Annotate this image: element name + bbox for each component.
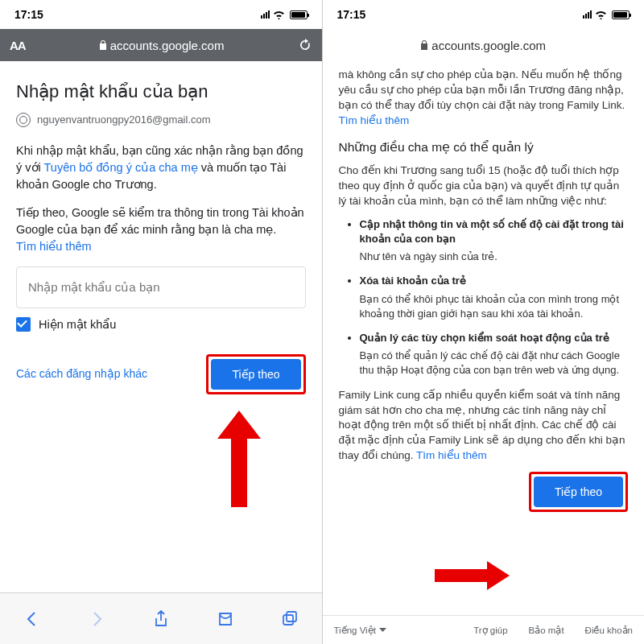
lock-icon (99, 40, 107, 50)
url-display[interactable]: accounts.google.com (32, 39, 291, 52)
chevron-down-icon (379, 628, 386, 633)
next-button[interactable]: Tiếp theo (211, 359, 300, 390)
highlight-box: Tiếp theo (206, 354, 305, 394)
family-link-paragraph: Family Link cung cấp nhiều quyền kiểm so… (339, 388, 629, 464)
text-size-button[interactable]: AA (10, 39, 26, 52)
status-bar: 17:15 (323, 0, 645, 29)
page-title: Nhập mật khẩu của bạn (16, 79, 306, 105)
bookmarks-icon[interactable] (217, 610, 234, 628)
list-item: Cập nhật thông tin và một số chế độ cài … (360, 217, 629, 265)
status-time: 17:15 (14, 8, 43, 21)
password-input[interactable]: Nhập mật khẩu của bạn (16, 266, 306, 308)
bullet-list: Cập nhật thông tin và một số chế độ cài … (339, 217, 629, 378)
back-icon[interactable] (23, 610, 41, 628)
learn-more-link[interactable]: Tìm hiểu thêm (339, 114, 410, 126)
account-email: nguyenvantruongpy2016@gmail.com (37, 113, 211, 128)
status-icons (261, 10, 308, 19)
lock-icon (420, 40, 428, 50)
privacy-link[interactable]: Bảo mật (529, 625, 564, 636)
verify-paragraph: Tiếp theo, Google sẽ kiểm tra thông tin … (16, 204, 306, 255)
learn-more-link[interactable]: Tìm hiểu thêm (16, 240, 92, 253)
safari-toolbar (0, 592, 322, 644)
forward-icon[interactable] (88, 610, 105, 628)
terms-link[interactable]: Điều khoản (585, 625, 633, 636)
svg-rect-0 (283, 615, 293, 625)
account-chip[interactable]: nguyenvantruongpy2016@gmail.com (16, 113, 306, 128)
status-bar: 17:15 (0, 0, 322, 29)
address-bar[interactable]: AA accounts.google.com (0, 29, 322, 61)
address-bar[interactable]: accounts.google.com (323, 29, 645, 61)
signal-icon (261, 10, 270, 19)
status-icons (583, 10, 630, 19)
highlight-box: Tiếp theo (529, 472, 628, 512)
next-button[interactable]: Tiếp theo (534, 477, 623, 507)
show-password-label: Hiện mật khẩu (39, 316, 116, 333)
url-display[interactable]: accounts.google.com (332, 39, 635, 52)
refresh-icon[interactable] (298, 38, 312, 52)
language-dropdown[interactable]: Tiếng Việt (334, 625, 386, 636)
intro-paragraph: mà không cần sự cho phép của bạn. Nếu mu… (339, 68, 629, 129)
list-item: Xóa tài khoản của trẻBạn có thể khôi phụ… (360, 274, 629, 321)
avatar-icon (16, 113, 31, 127)
show-password-checkbox[interactable] (16, 317, 31, 332)
battery-icon (612, 10, 630, 19)
footer: Tiếng Việt Trợ giúp Bảo mật Điều khoản (323, 615, 645, 644)
wifi-icon (595, 10, 607, 19)
show-password-row[interactable]: Hiện mật khẩu (16, 316, 306, 333)
list-item: Quản lý các tùy chọn kiểm soát hoạt động… (360, 331, 629, 378)
status-time: 17:15 (337, 8, 366, 21)
signal-icon (583, 10, 592, 19)
age-paragraph: Cho đến khi Trương sang tuổi 15 (hoặc độ… (339, 163, 629, 209)
svg-rect-1 (287, 612, 296, 621)
consent-paragraph: Khi nhập mật khẩu, bạn cũng xác nhận rằn… (16, 142, 306, 193)
parental-consent-link[interactable]: Tuyên bố đồng ý của cha mẹ (44, 161, 198, 174)
help-link[interactable]: Trợ giúp (473, 625, 507, 636)
share-icon[interactable] (152, 610, 170, 628)
alt-signin-link[interactable]: Các cách đăng nhập khác (16, 365, 147, 382)
wifi-icon (273, 10, 285, 19)
tabs-icon[interactable] (281, 610, 299, 628)
learn-more-link[interactable]: Tìm hiểu thêm (416, 449, 487, 461)
battery-icon (290, 10, 308, 19)
section-heading: Những điều cha mẹ có thể quản lý (339, 138, 629, 156)
